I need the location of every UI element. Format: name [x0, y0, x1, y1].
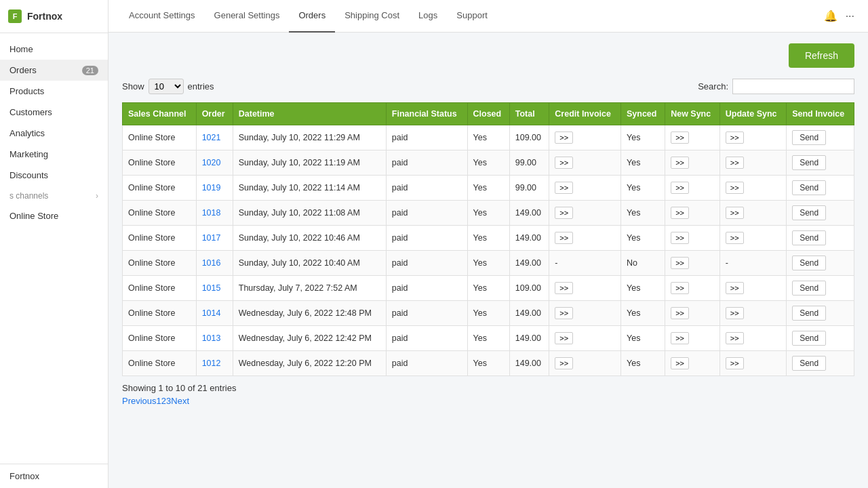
- more-icon[interactable]: ···: [846, 10, 854, 22]
- col-header-sales-channel: Sales Channel: [123, 103, 197, 125]
- refresh-button[interactable]: Refresh: [789, 43, 854, 68]
- sidebar-item-marketing[interactable]: Marketing: [0, 144, 108, 165]
- credit-invoice-btn[interactable]: >>: [555, 131, 573, 144]
- send-invoice-btn[interactable]: Send: [792, 356, 826, 371]
- new-sync-btn[interactable]: >>: [671, 157, 689, 169]
- credit-invoice-btn[interactable]: >>: [555, 207, 573, 219]
- send-invoice-btn[interactable]: Send: [792, 256, 826, 270]
- topbar: Account Settings General Settings Orders…: [108, 0, 868, 33]
- app-logo: F Fortnox: [0, 0, 108, 33]
- pagination-page-2[interactable]: 2: [161, 396, 166, 406]
- cell-new-sync: >>: [665, 301, 720, 326]
- order-link[interactable]: 1015: [202, 283, 221, 293]
- cell-credit: >>: [549, 150, 621, 176]
- order-link[interactable]: 1012: [202, 359, 221, 368]
- cell-synced: Yes: [620, 226, 665, 251]
- tab-general-settings[interactable]: General Settings: [205, 0, 290, 33]
- sidebar-item-customers[interactable]: Customers: [0, 102, 108, 123]
- update-sync-btn[interactable]: >>: [726, 232, 744, 244]
- cell-synced: Yes: [620, 125, 665, 150]
- tab-logs[interactable]: Logs: [409, 0, 447, 33]
- update-sync-btn[interactable]: >>: [726, 131, 744, 144]
- order-link[interactable]: 1014: [202, 308, 221, 318]
- send-invoice-btn[interactable]: Send: [792, 130, 826, 145]
- sidebar-item-products[interactable]: Products: [0, 81, 108, 102]
- credit-invoice-btn[interactable]: >>: [555, 182, 573, 194]
- cell-update-sync: >>: [719, 201, 786, 226]
- sidebar-bottom-fortnox[interactable]: Fortnox: [0, 464, 108, 488]
- new-sync-btn[interactable]: >>: [671, 357, 689, 369]
- cell-send: Send: [787, 176, 854, 201]
- new-sync-btn[interactable]: >>: [671, 257, 689, 269]
- table-row: Online Store 1021 Sunday, July 10, 2022 …: [123, 125, 854, 150]
- new-sync-btn[interactable]: >>: [671, 182, 689, 194]
- sidebar-item-orders[interactable]: Orders 21: [0, 60, 108, 81]
- credit-invoice-btn[interactable]: >>: [555, 157, 573, 169]
- order-link[interactable]: 1017: [202, 233, 221, 243]
- new-sync-btn[interactable]: >>: [671, 307, 689, 319]
- credit-invoice-btn[interactable]: >>: [555, 332, 573, 344]
- cell-total: 99.00: [509, 176, 549, 201]
- cell-synced: Yes: [620, 301, 665, 326]
- update-sync-btn[interactable]: >>: [726, 332, 744, 344]
- bell-icon[interactable]: 🔔: [824, 9, 837, 22]
- send-invoice-btn[interactable]: Send: [792, 155, 826, 170]
- cell-datetime: Wednesday, July 6, 2022 12:20 PM: [233, 351, 386, 376]
- new-sync-btn[interactable]: >>: [671, 282, 689, 294]
- send-invoice-btn[interactable]: Send: [792, 281, 826, 296]
- credit-invoice-btn[interactable]: >>: [555, 307, 573, 319]
- cell-order: 1021: [196, 125, 233, 150]
- send-invoice-btn[interactable]: Send: [792, 180, 826, 195]
- tab-orders[interactable]: Orders: [289, 0, 335, 33]
- tab-support[interactable]: Support: [447, 0, 497, 33]
- pagination-previous[interactable]: Previous: [122, 396, 157, 406]
- tab-account-settings[interactable]: Account Settings: [119, 0, 205, 33]
- sidebar-item-online-store[interactable]: Online Store: [0, 206, 108, 226]
- sidebar-section-channels[interactable]: s channels ›: [0, 186, 108, 206]
- sidebar-item-discounts[interactable]: Discounts: [0, 165, 108, 186]
- pagination-next[interactable]: Next: [171, 396, 189, 406]
- order-link[interactable]: 1013: [202, 333, 221, 343]
- update-sync-btn[interactable]: >>: [726, 307, 744, 319]
- cell-status: paid: [386, 226, 467, 251]
- cell-closed: Yes: [467, 125, 509, 150]
- send-invoice-btn[interactable]: Send: [792, 205, 826, 220]
- order-link[interactable]: 1020: [202, 158, 221, 167]
- col-header-datetime: Datetime: [233, 103, 386, 125]
- credit-invoice-btn[interactable]: >>: [555, 357, 573, 369]
- update-sync-btn[interactable]: >>: [726, 157, 744, 169]
- update-sync-btn[interactable]: >>: [726, 207, 744, 219]
- order-link[interactable]: 1018: [202, 208, 221, 218]
- entries-select[interactable]: 10 25 50 100: [149, 79, 184, 94]
- col-header-total: Total: [509, 103, 549, 125]
- order-link[interactable]: 1016: [202, 258, 221, 268]
- cell-order: 1012: [196, 351, 233, 376]
- cell-channel: Online Store: [123, 176, 197, 201]
- cell-synced: Yes: [620, 351, 665, 376]
- col-header-new-sync: New Sync: [665, 103, 720, 125]
- send-invoice-btn[interactable]: Send: [792, 306, 826, 321]
- new-sync-btn[interactable]: >>: [671, 232, 689, 244]
- credit-invoice-btn[interactable]: >>: [555, 282, 573, 294]
- update-sync-btn[interactable]: >>: [726, 357, 744, 369]
- sidebar-item-analytics[interactable]: Analytics: [0, 123, 108, 144]
- cell-total: 149.00: [509, 251, 549, 276]
- send-invoice-btn[interactable]: Send: [792, 230, 826, 245]
- cell-synced: No: [620, 251, 665, 276]
- pagination-links: Previous123Next: [122, 396, 854, 406]
- new-sync-btn[interactable]: >>: [671, 207, 689, 219]
- sidebar-item-home[interactable]: Home: [0, 39, 108, 60]
- new-sync-btn[interactable]: >>: [671, 131, 689, 144]
- order-link[interactable]: 1019: [202, 183, 221, 192]
- new-sync-btn[interactable]: >>: [671, 332, 689, 344]
- update-sync-btn[interactable]: >>: [726, 182, 744, 194]
- update-sync-btn[interactable]: >>: [726, 282, 744, 294]
- pagination-page-1[interactable]: 1: [157, 396, 161, 406]
- cell-update-sync: >>: [719, 301, 786, 326]
- cell-total: 149.00: [509, 301, 549, 326]
- send-invoice-btn[interactable]: Send: [792, 331, 826, 346]
- order-link[interactable]: 1021: [202, 133, 221, 142]
- credit-invoice-btn[interactable]: >>: [555, 232, 573, 244]
- search-input[interactable]: [732, 79, 854, 94]
- tab-shipping-cost[interactable]: Shipping Cost: [335, 0, 409, 33]
